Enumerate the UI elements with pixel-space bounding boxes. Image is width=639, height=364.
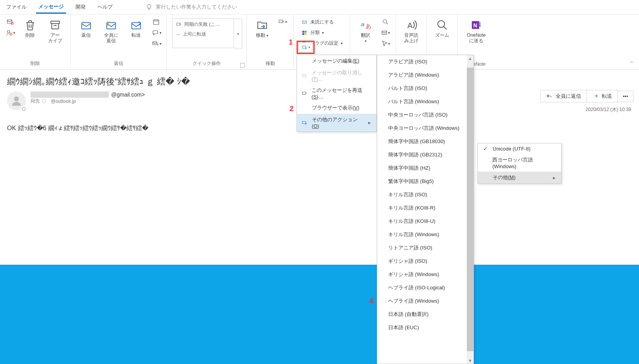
- encoding-utf8[interactable]: ✓Unicode (UTF-8): [478, 143, 561, 154]
- svg-rect-30: [302, 92, 305, 94]
- svg-rect-29: [302, 74, 306, 77]
- translate-button[interactable]: aあ 翻訳▾: [353, 17, 378, 46]
- ignore-button[interactable]: [5, 18, 16, 26]
- svg-rect-4: [51, 21, 60, 23]
- reply-all-inline-button[interactable]: 全員に返信: [540, 90, 587, 102]
- svg-text:a: a: [361, 21, 365, 27]
- onenote-label: OneNote に送る: [467, 32, 486, 44]
- onenote-icon: N: [470, 19, 482, 31]
- delete-button[interactable]: 削除: [18, 17, 42, 40]
- forward-inline-label: 転送: [602, 93, 612, 100]
- quick-steps-gallery[interactable]: 同期の失敗 (こ… →上司に転送 ▾: [172, 18, 234, 48]
- encoding-option[interactable]: ギリシャ語 (ISO): [377, 255, 467, 268]
- categorize-label: 分類: [310, 29, 320, 36]
- encoding-option[interactable]: 簡体字中国語 (HZ): [377, 161, 467, 175]
- tab-file[interactable]: ファイル: [4, 1, 29, 13]
- encoding-option[interactable]: 中央ヨーロッパ言語 (ISO): [377, 108, 467, 122]
- archive-label: アー カイブ: [48, 32, 62, 44]
- menu-resend-message[interactable]: このメッセージを再送(S)…: [297, 84, 376, 102]
- scroll-down-icon[interactable]: ▼: [467, 357, 473, 364]
- encoding-option[interactable]: リトアニア語 (ISO): [377, 241, 467, 255]
- junk-dropdown[interactable]: ▾: [5, 29, 16, 37]
- encoding-option[interactable]: 簡体字中国語 (GB18030): [377, 135, 467, 148]
- zoom-button[interactable]: ズーム: [430, 17, 454, 40]
- find-button[interactable]: [380, 18, 391, 26]
- categorize-button[interactable]: 分類▾: [299, 28, 345, 37]
- select-button[interactable]: ▾: [380, 39, 391, 48]
- scroll-up-icon[interactable]: ▲: [467, 55, 473, 61]
- encoding-option[interactable]: 日本語 (自動選択): [377, 308, 467, 321]
- group-quick-label: クイック操作: [170, 60, 243, 69]
- chat-bubble-icon: [151, 29, 160, 36]
- svg-text:N: N: [473, 23, 477, 29]
- encoding-option[interactable]: 日本語 (EUC): [377, 321, 467, 334]
- tab-dev[interactable]: 開発: [73, 1, 88, 13]
- encoding-option[interactable]: ギリシャ語 (Windows): [377, 268, 467, 281]
- encoding-list: アラビア語 (ISO)アラビア語 (Windows)バルト言語 (ISO)バルト…: [377, 55, 474, 364]
- menu-other-actions[interactable]: その他のアクション(O)▸: [297, 114, 376, 131]
- encoding-option[interactable]: アラビア語 (ISO): [377, 55, 467, 68]
- read-aloud-button[interactable]: A 音声読 み上げ: [399, 17, 423, 46]
- more-respond-button[interactable]: ▾: [151, 39, 162, 48]
- move-button[interactable]: 移動 ▾: [250, 17, 274, 40]
- magnifier-icon: [382, 18, 389, 25]
- tab-message[interactable]: メッセージ: [36, 1, 66, 14]
- menu-edit-message[interactable]: メッセージの編集(E): [297, 55, 376, 67]
- svg-rect-13: [302, 30, 304, 32]
- forward-inline-button[interactable]: 転送: [587, 90, 618, 102]
- svg-rect-10: [177, 23, 180, 25]
- encoding-submenu: ✓Unicode (UTF-8) 西ヨーロッパ言語 (Windows) その他(…: [477, 143, 562, 184]
- encoding-option[interactable]: ヘブライ語 (Windows): [377, 294, 467, 308]
- encoding-option[interactable]: 中央ヨーロッパ言語 (Windows): [377, 122, 467, 135]
- svg-rect-9: [153, 42, 157, 45]
- tab-help[interactable]: ヘルプ: [95, 1, 115, 13]
- related-button[interactable]: ▾: [380, 29, 391, 37]
- more-actions-inline-button[interactable]: •••: [618, 91, 634, 102]
- zoom-icon: [436, 19, 448, 31]
- encoding-option[interactable]: バルト言語 (Windows): [377, 95, 467, 108]
- menu-view-browser[interactable]: ブラウザーで表示(V): [297, 102, 376, 114]
- encoding-scrollbar[interactable]: ▲ ▼: [467, 55, 473, 364]
- group-move: 移動 ▾ ▾ 移動: [247, 14, 294, 69]
- trash-icon: [24, 19, 36, 31]
- delete-label: 削除: [25, 32, 35, 38]
- encoding-option[interactable]: バルト言語 (ISO): [377, 82, 467, 95]
- encoding-option[interactable]: キリル言語 (ISO): [377, 188, 467, 201]
- archive-icon: [49, 19, 61, 31]
- encoding-option[interactable]: 簡体字中国語 (GB2312): [377, 148, 467, 161]
- forward-button[interactable]: 転送: [124, 17, 148, 40]
- message-timestamp: 2020/03/12 (木) 10:39: [585, 106, 631, 113]
- im-reply-button[interactable]: ▾: [151, 29, 162, 37]
- collapse-ribbon-button[interactable]: [629, 59, 634, 66]
- from-suffix: @gmail.com>: [111, 91, 145, 98]
- archive-button[interactable]: アー カイブ: [43, 17, 67, 46]
- mark-unread-button[interactable]: 未読にする: [299, 18, 345, 27]
- encoding-option[interactable]: キリル言語 (KOI8-U): [377, 215, 467, 228]
- svg-rect-14: [305, 30, 307, 32]
- tell-me-search[interactable]: 実行したい作業を入力してください: [146, 4, 237, 11]
- actions-split-button[interactable]: ▾: [298, 42, 313, 52]
- onenote-button[interactable]: N OneNote に送る: [461, 17, 491, 46]
- quicksteps-expand[interactable]: ▾: [234, 19, 242, 48]
- translate-label: 翻訳▾: [361, 32, 370, 44]
- encoding-option[interactable]: キリル言語 (Windows): [377, 228, 467, 241]
- reply-all-button[interactable]: 全員に 返信: [99, 17, 123, 46]
- svg-rect-24: [479, 22, 481, 24]
- lightbulb-icon: [146, 4, 153, 11]
- sender-avatar[interactable]: [7, 91, 26, 110]
- encoding-westwin[interactable]: 西ヨーロッパ言語 (Windows): [478, 154, 561, 172]
- quicksteps-dialog-launcher[interactable]: [240, 63, 245, 68]
- encoding-option[interactable]: 繁体字中国語 (Big5): [377, 175, 467, 188]
- encoding-option[interactable]: ヘブライ語 (ISO-Logical): [377, 281, 467, 294]
- other-actions-icon: [301, 120, 308, 126]
- encoding-more[interactable]: その他(M)▸: [478, 172, 561, 183]
- scrollbar-thumb[interactable]: [467, 68, 473, 351]
- reply-icon: [80, 19, 92, 31]
- categories-icon: [301, 30, 308, 36]
- rules-button[interactable]: ▾: [277, 18, 288, 26]
- reply-button[interactable]: 返信: [74, 17, 98, 40]
- encoding-option[interactable]: キリル言語 (KOI8-R): [377, 201, 467, 215]
- encoding-option[interactable]: アラビア語 (Windows): [377, 68, 467, 82]
- meeting-button[interactable]: [151, 18, 162, 26]
- read-label: 音声読 み上げ: [404, 32, 418, 44]
